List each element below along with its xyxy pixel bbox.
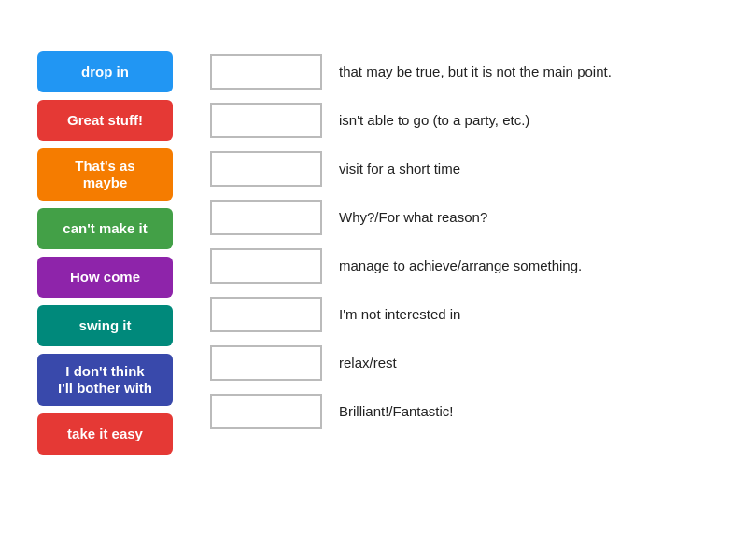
match-text-m4: Why?/For what reason? [339,208,487,227]
match-definitions-panel: that may be true, but it is not the main… [210,51,719,432]
phrase-btn-dont-think[interactable]: I don't think I'll bother with [37,354,173,406]
match-box-m3[interactable] [210,151,322,187]
match-row: isn't able to go (to a party, etc.) [210,100,719,141]
match-text-m5: manage to achieve/arrange something. [339,257,582,275]
match-box-m7[interactable] [210,345,322,381]
phrase-btn-great-stuff[interactable]: Great stuff! [37,100,173,141]
match-row: that may be true, but it is not the main… [210,51,719,92]
phrase-btn-cant-make[interactable]: can't make it [37,208,173,249]
phrase-btn-how-come[interactable]: How come [37,257,173,298]
match-text-m2: isn't able to go (to a party, etc.) [339,111,529,130]
match-box-m2[interactable] [210,103,322,138]
phrase-btn-take-easy[interactable]: take it easy [37,413,173,455]
match-text-m7: relax/rest [339,354,397,372]
match-row: Why?/For what reason? [210,197,719,238]
match-text-m1: that may be true, but it is not the main… [339,63,612,81]
match-box-m4[interactable] [210,200,322,235]
phrase-btn-swing-it[interactable]: swing it [37,305,173,346]
match-text-m6: I'm not interested in [339,305,460,324]
match-row: I'm not interested in [210,294,719,335]
match-box-m5[interactable] [210,248,322,284]
match-box-m1[interactable] [210,54,322,90]
phrase-btn-drop-in[interactable]: drop in [37,51,173,92]
match-box-m8[interactable] [210,394,322,429]
phrase-buttons-panel: drop inGreat stuff!That's as maybecan't … [37,51,173,455]
match-row: visit for a short time [210,148,719,189]
phrase-btn-thats-as[interactable]: That's as maybe [37,148,173,201]
match-row: Brilliant!/Fantastic! [210,391,719,432]
match-text-m3: visit for a short time [339,160,460,178]
match-row: manage to achieve/arrange something. [210,245,719,287]
match-text-m8: Brilliant!/Fantastic! [339,402,454,421]
match-row: relax/rest [210,343,719,384]
match-box-m6[interactable] [210,297,322,332]
